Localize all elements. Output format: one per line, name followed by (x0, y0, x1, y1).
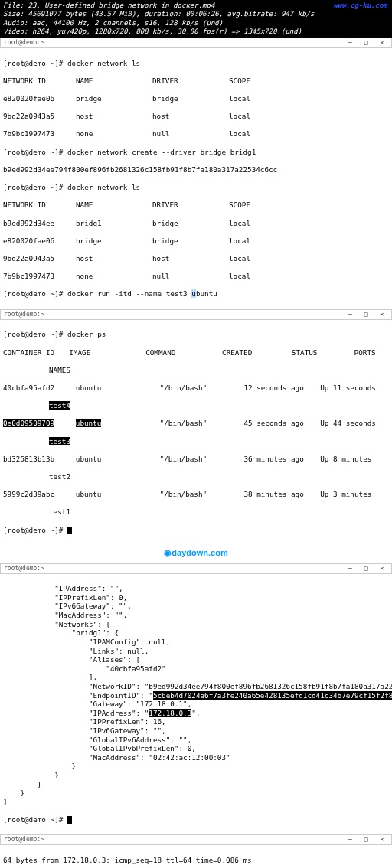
title-text: root@demo:~ (4, 39, 44, 47)
terminal-pane-4[interactable]: 64 bytes from 172.18.0.3: icmp_seq=18 tt… (0, 845, 392, 868)
audio-line: Audio: aac, 44100 Hz, 2 channels, s16, 1… (3, 19, 389, 28)
terminal-titlebar[interactable]: root@demo:~ — □ ✕ (0, 834, 392, 845)
terminal-titlebar[interactable]: root@demo:~ — □ ✕ (0, 563, 392, 574)
minimize-icon[interactable]: — (344, 565, 356, 573)
terminal-titlebar[interactable]: root@demo:~ — □ ✕ (0, 38, 392, 48)
file-line: File: 23. User-defined bridge network in… (3, 2, 389, 10)
video-info-header: File: 23. User-defined bridge network in… (0, 0, 392, 38)
title-text: root@demo:~ (4, 565, 44, 573)
highlight-endpoint-id: 5c6eb4d7024a6f7a3fe240a65e428135efd1cd41… (153, 691, 392, 700)
watermark-daydown: ◉daydown.com (0, 545, 392, 563)
maximize-icon[interactable]: □ (360, 836, 372, 844)
highlight-ip: 172.18.0.3 (149, 709, 191, 717)
window-buttons: — □ ✕ (344, 39, 388, 47)
terminal-pane-3[interactable]: "IPAddress": "", "IPPrefixLen": 0, "IPv6… (0, 574, 392, 835)
terminal-titlebar[interactable]: root@demo:~ — □ ✕ (0, 309, 392, 320)
maximize-icon[interactable]: □ (360, 311, 372, 318)
minimize-icon[interactable]: — (344, 311, 356, 318)
close-icon[interactable]: ✕ (376, 836, 388, 844)
close-icon[interactable]: ✕ (376, 311, 388, 318)
terminal-pane-2[interactable]: [root@demo ~]# docker ps CONTAINER IDIMA… (0, 320, 392, 545)
size-line: Size: 45691077 bytes (43.57 MiB), durati… (3, 10, 389, 18)
minimize-icon[interactable]: — (344, 39, 356, 47)
selected-name: test3 (49, 437, 70, 445)
selected-name: test4 (49, 401, 70, 410)
cursor (67, 527, 72, 534)
maximize-icon[interactable]: □ (360, 565, 372, 573)
maximize-icon[interactable]: □ (360, 39, 372, 47)
close-icon[interactable]: ✕ (376, 39, 388, 47)
title-text: root@demo:~ (4, 311, 44, 318)
cursor (67, 816, 72, 824)
title-text: root@demo:~ (4, 836, 44, 844)
minimize-icon[interactable]: — (344, 836, 356, 844)
terminal-pane-1[interactable]: [root@demo ~]# docker network ls NETWORK… (0, 48, 392, 309)
video-line: Video: h264, yuv420p, 1280x720, 808 kb/s… (3, 28, 389, 36)
close-icon[interactable]: ✕ (376, 565, 388, 573)
watermark-url: www.cg-ku.com (334, 2, 387, 10)
